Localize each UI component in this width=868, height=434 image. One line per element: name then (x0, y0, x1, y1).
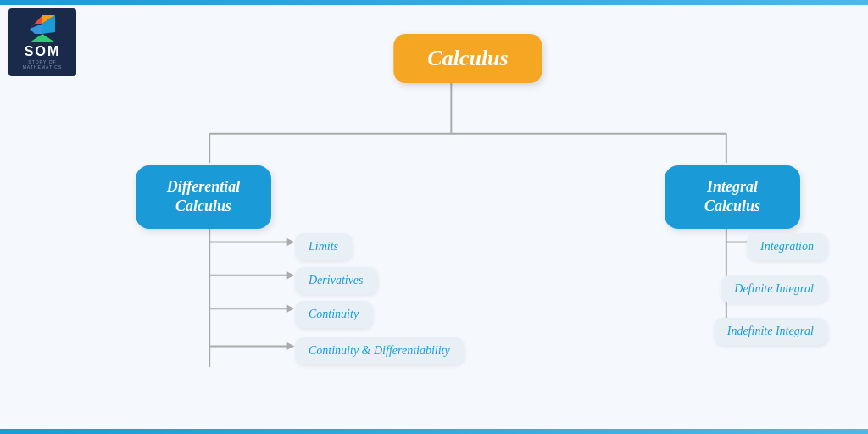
leaf-indefinite-integral-label: Indefinite Integral (727, 325, 814, 337)
root-node: Calculus (393, 34, 542, 83)
branch-right-label: IntegralCalculus (704, 178, 760, 214)
leaf-definite-integral-label: Definite Integral (734, 282, 814, 295)
diagram: Calculus DifferentialCalculus IntegralCa… (85, 17, 851, 417)
leaf-derivatives: Derivatives (295, 267, 377, 294)
leaf-integration-label: Integration (760, 240, 814, 253)
logo-text: SOM (25, 44, 60, 59)
leaf-definite-integral: Definite Integral (721, 275, 827, 303)
branch-left-label: DifferentialCalculus (167, 178, 241, 214)
leaf-continuity-label: Continuity (309, 308, 359, 320)
svg-marker-17 (287, 342, 295, 351)
leaf-limits: Limits (295, 233, 352, 260)
root-node-label: Calculus (427, 46, 508, 70)
branch-right: IntegralCalculus (665, 165, 800, 229)
leaf-continuity: Continuity (295, 301, 372, 328)
logo-icon (26, 15, 58, 42)
svg-marker-15 (287, 304, 295, 313)
logo-subtext: STORY OF MATHEMATICS (8, 59, 76, 70)
leaf-derivatives-label: Derivatives (309, 274, 364, 287)
bottom-accent-line (0, 429, 868, 434)
svg-marker-13 (287, 271, 295, 280)
logo: SOM STORY OF MATHEMATICS (8, 8, 76, 76)
leaf-indefinite-integral: Indefinite Integral (714, 318, 827, 345)
leaf-continuity-diff-label: Continuity & Differentiability (309, 344, 450, 357)
svg-marker-2 (30, 24, 42, 34)
svg-marker-11 (287, 238, 295, 247)
leaf-integration: Integration (747, 233, 827, 260)
top-accent-line (0, 0, 868, 5)
branch-left: DifferentialCalculus (136, 165, 271, 229)
svg-marker-3 (30, 34, 55, 42)
leaf-continuity-diff: Continuity & Differentiability (295, 337, 464, 364)
leaf-limits-label: Limits (309, 240, 338, 253)
